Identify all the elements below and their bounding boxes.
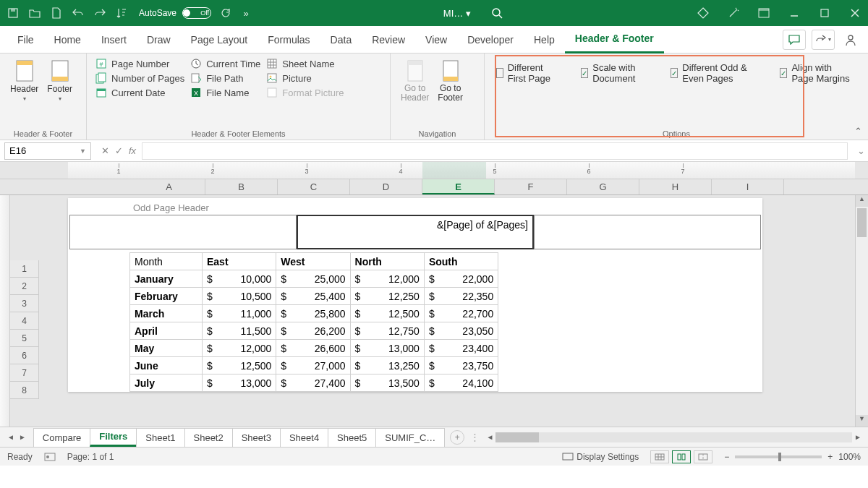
- document-title[interactable]: MI… ▾: [443, 8, 471, 19]
- zoom-out-icon[interactable]: −: [724, 452, 729, 462]
- cmd-file-path[interactable]: File Path: [190, 72, 260, 84]
- ribbon-mode-icon[interactable]: [757, 6, 771, 20]
- zoom-slider[interactable]: [735, 455, 822, 458]
- chk-align[interactable]: ✓Align with Page Margins: [780, 62, 856, 84]
- row-header-3[interactable]: 3: [10, 295, 39, 312]
- cmd-file-name[interactable]: XFile Name: [190, 87, 260, 98]
- tab-draw[interactable]: Draw: [137, 26, 181, 53]
- cmd-number-of-pages[interactable]: Number of Pages: [95, 72, 184, 84]
- footer-button[interactable]: Footer▾: [43, 56, 77, 105]
- sheet-tab-filters[interactable]: Filters: [90, 428, 137, 447]
- col-header-G[interactable]: G: [567, 179, 639, 194]
- sheet-tab-sheet4[interactable]: Sheet4: [280, 428, 328, 447]
- more-qat-icon[interactable]: »: [239, 6, 253, 20]
- fx-icon[interactable]: fx: [129, 145, 136, 156]
- row-header-7[interactable]: 7: [10, 364, 39, 382]
- view-pagelayout-icon[interactable]: [672, 450, 691, 463]
- redo-icon[interactable]: [93, 6, 107, 20]
- sheet-tab-sheet1[interactable]: Sheet1: [136, 428, 184, 447]
- display-settings-button[interactable]: Display Settings: [562, 452, 639, 462]
- chk-diff-first[interactable]: Different First Page: [496, 62, 559, 84]
- minimize-icon[interactable]: [787, 6, 801, 20]
- table-row[interactable]: June$12,500$27,000$13,250$23,750: [130, 357, 498, 374]
- cmd-current-date[interactable]: Current Date: [95, 87, 184, 98]
- tab-developer[interactable]: Developer: [457, 26, 524, 53]
- table-row[interactable]: July$13,000$27,400$13,500$24,100: [130, 374, 498, 392]
- vertical-scrollbar[interactable]: ▲ ▼: [855, 195, 868, 427]
- col-header-F[interactable]: F: [495, 179, 567, 194]
- view-normal-icon[interactable]: [650, 450, 669, 463]
- account-icon[interactable]: [841, 33, 861, 46]
- sheet-tab-sheet5[interactable]: Sheet5: [328, 428, 376, 447]
- col-header-H[interactable]: H: [639, 179, 712, 194]
- col-header-B[interactable]: B: [205, 179, 278, 194]
- view-pagebreak-icon[interactable]: [694, 450, 712, 463]
- diamond-icon[interactable]: [696, 6, 710, 20]
- tab-help[interactable]: Help: [524, 26, 565, 53]
- tab-home[interactable]: Home: [44, 26, 91, 53]
- scroll-down-icon[interactable]: ▼: [856, 415, 868, 427]
- sheet-tab-sheet3[interactable]: Sheet3: [232, 428, 281, 447]
- row-header-6[interactable]: 6: [10, 347, 39, 364]
- refresh-icon[interactable]: [218, 6, 233, 20]
- accept-formula-icon[interactable]: ✓: [115, 145, 123, 156]
- col-header-E[interactable]: E: [422, 179, 495, 194]
- tab-page-layout[interactable]: Page Layout: [181, 26, 258, 53]
- row-header-5[interactable]: 5: [10, 330, 39, 347]
- scroll-up-icon[interactable]: ▲: [856, 195, 868, 207]
- close-icon[interactable]: [848, 6, 862, 20]
- comments-button[interactable]: [783, 30, 806, 50]
- cmd-page-number[interactable]: #Page Number: [95, 58, 184, 69]
- table-row[interactable]: March$11,000$25,800$12,500$22,700: [130, 305, 498, 322]
- zoom-in-icon[interactable]: +: [827, 452, 833, 462]
- goto-header-button[interactable]: Go to Header: [396, 56, 433, 106]
- tab-view[interactable]: View: [415, 26, 457, 53]
- col-header-D[interactable]: D: [350, 179, 422, 194]
- tab-file[interactable]: File: [7, 26, 44, 53]
- formula-input[interactable]: [142, 142, 848, 160]
- table-row[interactable]: April$11,500$26,200$12,750$23,050: [130, 322, 498, 340]
- tab-insert[interactable]: Insert: [91, 26, 137, 53]
- collapse-ribbon-icon[interactable]: ⌃: [854, 126, 862, 137]
- chk-diff-oddeven[interactable]: ✓Different Odd & Even Pages: [671, 62, 758, 84]
- expand-formula-icon[interactable]: ⌄: [854, 145, 868, 156]
- horizontal-scrollbar[interactable]: [495, 432, 852, 442]
- maximize-icon[interactable]: [817, 6, 832, 20]
- goto-footer-button[interactable]: Go to Footer: [433, 56, 467, 106]
- new-icon[interactable]: [49, 6, 64, 20]
- table-row[interactable]: May$12,000$26,600$13,000$23,400: [130, 340, 498, 357]
- col-header-I[interactable]: I: [712, 179, 784, 194]
- zoom-control[interactable]: − + 100%: [724, 452, 861, 462]
- header-right-section[interactable]: [534, 215, 761, 249]
- tab-nav-prev-icon[interactable]: ◄: [7, 433, 14, 441]
- table-row[interactable]: February$10,500$25,400$12,250$22,350: [130, 288, 498, 305]
- row-header-2[interactable]: 2: [10, 278, 39, 295]
- scroll-thumb[interactable]: [857, 208, 867, 237]
- row-header-4[interactable]: 4: [10, 312, 39, 330]
- sort-icon[interactable]: [114, 6, 129, 20]
- tab-data[interactable]: Data: [320, 26, 362, 53]
- macro-record-icon[interactable]: [44, 453, 56, 461]
- table-row[interactable]: January$10,000$25,000$12,000$22,000: [130, 270, 498, 288]
- row-header-1[interactable]: 1: [10, 260, 39, 278]
- tab-header-footer[interactable]: Header & Footer: [565, 26, 664, 53]
- header-left-section[interactable]: [69, 215, 297, 249]
- col-header-A[interactable]: A: [133, 179, 205, 194]
- header-button[interactable]: Header▾: [6, 56, 43, 105]
- tab-review[interactable]: Review: [362, 26, 415, 53]
- undo-icon[interactable]: [71, 6, 85, 20]
- sheet-tab-sheet2[interactable]: Sheet2: [184, 428, 233, 447]
- chk-scale[interactable]: ✓Scale with Document: [581, 62, 649, 84]
- save-icon[interactable]: [6, 6, 20, 20]
- hscroll-right-icon[interactable]: ►: [852, 433, 864, 441]
- tab-formulas[interactable]: Formulas: [258, 26, 320, 53]
- cmd-current-time[interactable]: Current Time: [190, 58, 260, 69]
- search-button[interactable]: [488, 4, 506, 22]
- row-header-8[interactable]: 8: [10, 382, 39, 399]
- cmd-sheet-name[interactable]: Sheet Name: [266, 58, 344, 69]
- wand-icon[interactable]: [726, 6, 741, 20]
- sheet-tab-compare[interactable]: Compare: [33, 428, 90, 447]
- hscroll-left-icon[interactable]: ◄: [484, 433, 495, 441]
- data-table[interactable]: MonthEastWestNorthSouthJanuary$10,000$25…: [129, 252, 498, 392]
- col-header-C[interactable]: C: [278, 179, 350, 194]
